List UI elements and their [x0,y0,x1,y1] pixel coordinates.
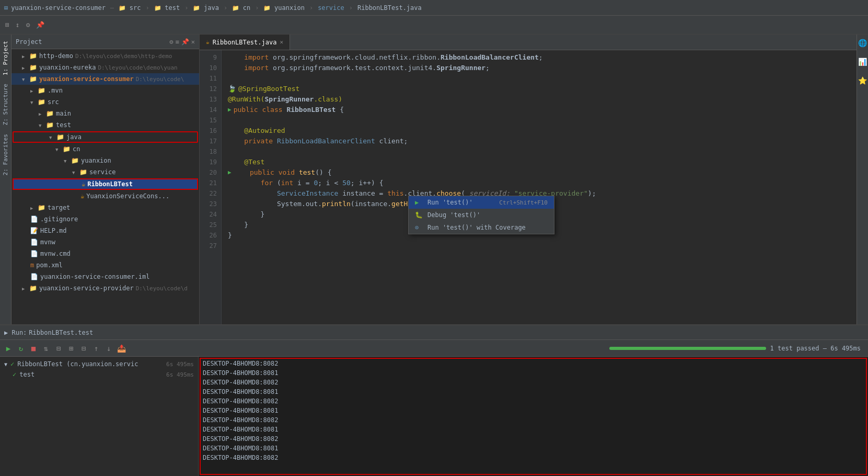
tree-arrow-provider [22,286,29,291]
tree-item-test[interactable]: 📁 test [11,119,199,131]
run-export-btn[interactable]: 📤 [116,343,126,354]
sep: › [145,4,149,12]
tree-item-service[interactable]: 📁 service [11,166,199,178]
test-results-panel: ▼ ✓ RibbonLBTest (cn.yuanxion.servic 6s … [0,357,199,476]
run-up-btn[interactable]: ↑ [91,343,101,354]
tree-item-src[interactable]: 📁 src [11,96,199,108]
project-header-icons: ⚙ ≡ 📌 ✕ [169,38,195,46]
tab-close-icon[interactable]: ✕ [280,39,283,46]
folder-icon-cn: 📁 [63,145,71,153]
run-filter-btn[interactable]: ⊟ [53,343,64,354]
tree-item-mvnwcmd[interactable]: 📄 mvnw.cmd [11,248,199,259]
ctx-coverage-test[interactable]: ⊙ Run 'test()' with Coverage [409,221,554,234]
tree-arrow-eureka [22,65,29,71]
console-line-6: DESKTOP-4BHOMD8:8081 [203,406,864,415]
console-output: DESKTOP-4BHOMD8:8082 DESKTOP-4BHOMD8:808… [199,357,868,476]
tree-item-pomxml[interactable]: m pom.xml [11,259,199,271]
tree-item-provider[interactable]: 📁 yuanxion-service-provider D:\leyou\cod… [11,282,199,294]
toolbar-project-icon[interactable]: ⊞ [3,20,11,30]
tree-item-consumer[interactable]: 📁 yuanxion-service-consumer D:\leyou\cod… [11,73,199,85]
tree-item-main[interactable]: 📁 main [11,108,199,119]
right-tab-star[interactable]: ⭐ [856,74,868,87]
tree-item-ribbonlbtest[interactable]: ☕ RibbonLBTest [13,178,198,190]
project-header: Project ⚙ ≡ 📌 ✕ [11,35,199,49]
code-line-20: ▶ public void test() { [228,167,857,178]
run-rerun-btn[interactable]: ↻ [16,343,26,354]
run-gutter-14: ▶ [228,105,232,115]
test-result-ribbonlbtest[interactable]: ▼ ✓ RibbonLBTest (cn.yuanxion.servic 6s … [0,359,198,369]
tree-item-target[interactable]: 📁 target [11,202,199,213]
code-line-19: @Test [228,157,857,167]
tree-arrow-mvn [30,88,38,94]
breadcrumb-file: RibbonLBTest.java [357,4,422,12]
project-layout-icon[interactable]: ≡ [176,38,179,46]
tree-path-http-demo: D:\leyou\code\demo\http-demo [75,53,172,60]
tree-item-eureka[interactable]: 📁 yuanxion-eureka D:\leyou\code\demo\yua… [11,62,199,73]
left-tab-project[interactable]: 1: Project [1,37,10,80]
right-tab-web[interactable]: 🌐 [856,37,868,49]
folder-icon-main: 📁 [46,110,54,117]
tree-label-pomxml: pom.xml [36,262,63,269]
editor-tab-ribbonlbtest[interactable]: ☕ RibbonLBTest.java ✕ [200,35,290,50]
tree-item-cn[interactable]: 📁 cn [11,143,199,155]
run-gutter-20: ▶ [228,167,232,178]
left-tab-structure[interactable]: Z: Structure [1,80,10,129]
console-line-8: DESKTOP-4BHOMD8:8081 [203,425,864,434]
project-gear-icon[interactable]: ⚙ [169,38,173,46]
tree-item-gitignore[interactable]: 📄 .gitignore [11,213,199,225]
tree-item-helpmd[interactable]: 📝 HELP.md [11,225,199,236]
project-icon: ⊞ [4,4,8,12]
tree-arrow-service [72,169,79,175]
console-line-5: DESKTOP-4BHOMD8:8082 [203,396,864,406]
toolbar-sync-icon[interactable]: ↕ [14,20,22,30]
tree-item-mvnw[interactable]: 📄 mvnw [11,236,199,248]
tree-item-yuanxionservice[interactable]: ☕ YuanxionServiceCons... [11,190,199,202]
ln-11: 11 [200,73,217,84]
ln-16: 16 [200,126,217,136]
run-sort-btn[interactable]: ⇅ [41,343,51,354]
ctx-coverage-label: Run 'test()' with Coverage [427,224,543,231]
run-status-text: 1 test passed – 6s 495ms [770,345,861,352]
breadcrumb-java: java [193,4,219,12]
tree-label-http-demo: http-demo [39,52,73,60]
tree-item-yuanxion[interactable]: 📁 yuanxion [11,155,199,166]
run-play-btn[interactable]: ▶ [3,343,14,354]
toolbar-pin-icon[interactable]: 📌 [34,20,47,30]
code-line-12: 🍃 @SpringBootTest [228,84,857,94]
ctx-debug-test[interactable]: 🐛 Debug 'test()' [409,209,554,221]
toolbar-settings-icon[interactable]: ⚙ [24,20,32,30]
code-line-17: private RibbonLoadBalancerClient client; [228,136,857,146]
console-line-10: DESKTOP-4BHOMD8:8081 [203,444,864,453]
run-collapse-btn[interactable]: ⊟ [78,343,89,354]
ctx-run-test[interactable]: ▶ Run 'test()' Ctrl+Shift+F10 [409,196,554,209]
tree-label-mvnwcmd: mvnw.cmd [40,250,71,257]
folder-icon-yuanxion: 📁 [71,157,79,164]
folder-icon-consumer: 📁 [29,75,37,83]
right-tab-chart[interactable]: 📊 [856,55,868,68]
test-result-test[interactable]: ✓ test 6s 495ms [0,369,198,380]
tree-arrow-java [49,134,56,140]
code-line-15 [228,115,857,126]
tree-arrow-src [30,99,38,105]
tree-item-http-demo[interactable]: 📁 http-demo D:\leyou\code\demo\http-demo [11,50,199,62]
tree-label-provider: yuanxion-service-provider [39,285,134,292]
tree-label-mvn: .mvn [48,87,63,94]
project-header-title: Project [16,38,167,46]
bottom-panel: ▶ Run: RibbonLBTest.test ▶ ↻ ■ ⇅ ⊟ ⊞ ⊟ ↑… [0,324,868,476]
project-close-icon[interactable]: ✕ [191,38,195,46]
tree-label-eureka: yuanxion-eureka [39,64,96,71]
tree-item-consumeriml[interactable]: 📄 yuanxion-service-consumer.iml [11,271,199,282]
run-down-btn[interactable]: ↓ [103,343,114,354]
tree-item-java[interactable]: 📁 java [13,131,198,143]
run-stop-btn[interactable]: ■ [28,343,39,354]
context-menu: ▶ Run 'test()' Ctrl+Shift+F10 🐛 Debug 't… [408,196,554,234]
sep4: › [255,4,259,12]
project-pin-icon[interactable]: 📌 [181,38,189,46]
folder-icon-eureka: 📁 [29,64,37,71]
tree-item-mvn[interactable]: 📁 .mvn [11,85,199,96]
tree-label-main: main [56,110,71,117]
left-tab-favorites[interactable]: 2: Favorites [1,130,10,179]
tree-label-yuanxionservice: YuanxionServiceCons... [86,192,169,200]
run-expand-btn[interactable]: ⊞ [66,343,76,354]
breadcrumb-test: test [154,4,180,12]
